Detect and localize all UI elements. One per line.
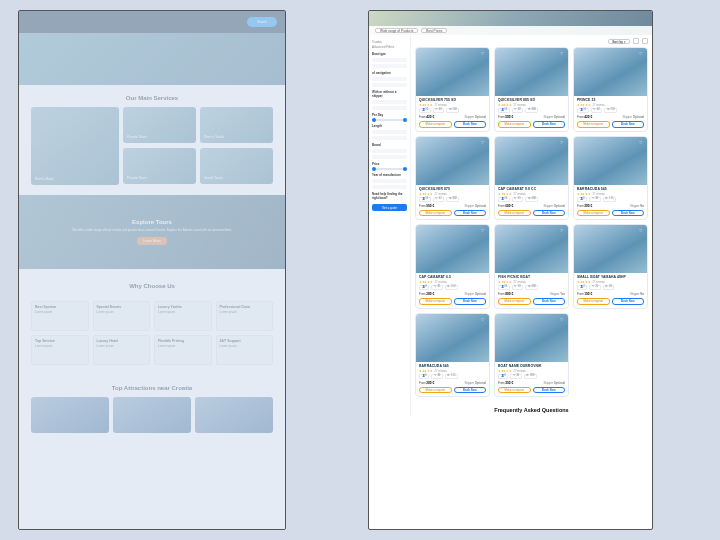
service-tile[interactable]: Island Tours — [200, 148, 273, 184]
heart-icon[interactable]: ♡ — [481, 51, 486, 56]
heart-icon[interactable]: ♡ — [481, 140, 486, 145]
heart-icon[interactable]: ♡ — [481, 228, 486, 233]
service-tile[interactable]: Private Tours — [123, 107, 196, 143]
request-button[interactable]: Make a request — [498, 298, 531, 305]
boat-card[interactable]: ♡FISH PICNIC BOAT★★★★★27 reviews👤 50⏱ 10… — [494, 224, 569, 309]
top-tab[interactable]: Best Prices — [421, 28, 447, 34]
book-now-button[interactable]: Book Now — [454, 121, 487, 128]
service-tile[interactable]: Rent a Boat — [31, 107, 119, 185]
book-now-button[interactable]: Book Now — [612, 298, 645, 305]
power-spec: ⚙ 150 — [445, 285, 458, 290]
review-count: 27 reviews — [514, 281, 526, 284]
grid-view-toggle[interactable] — [633, 38, 639, 44]
boat-card[interactable]: ♡QUICKSILVER 755 SD★★★★★27 reviews👤 10⏱ … — [415, 47, 490, 132]
boat-name: Boat name Dubrovnik — [498, 364, 565, 368]
attraction-image[interactable] — [31, 397, 109, 433]
service-tile[interactable]: Private Tours — [123, 148, 196, 184]
attraction-image[interactable] — [113, 397, 191, 433]
skipper-value: Skipper No — [630, 204, 644, 208]
heart-icon[interactable]: ♡ — [560, 317, 565, 322]
request-button[interactable]: Make a request — [419, 298, 452, 305]
attraction-image[interactable] — [195, 397, 273, 433]
boat-card[interactable]: ♡QUICKSILVER 875★★★★★27 reviews👤 10⏱ 42⚙… — [415, 136, 490, 221]
request-button[interactable]: Make a request — [498, 387, 531, 394]
boat-name: PRINCE 23 — [577, 98, 644, 102]
boat-card[interactable]: ♡PRINCE 23★★★★★27 reviews👤 10⏱ 40⚙ 250Fr… — [573, 47, 648, 132]
review-count: 27 reviews — [435, 370, 447, 373]
boat-card[interactable]: ♡CAP CAMARAT 9.0 cc★★★★★27 reviews👤 10⏱ … — [494, 136, 569, 221]
price-label: From 550 € — [419, 204, 434, 208]
explore-cta-button[interactable]: Learn More — [137, 237, 167, 245]
request-button[interactable]: Make a request — [577, 210, 610, 217]
filter-option[interactable] — [372, 77, 407, 81]
boat-card[interactable]: ♡QUICKSILVER 805 SD★★★★★27 reviews👤 10⏱ … — [494, 47, 569, 132]
book-now-button[interactable]: Book Now — [612, 210, 645, 217]
boat-card[interactable]: ♡Boat name Dubrovnik★★★★★27 reviews👤 8⏱ … — [494, 313, 569, 398]
filter-option[interactable] — [372, 83, 407, 87]
book-now-button[interactable]: Book Now — [533, 210, 566, 217]
request-button[interactable]: Make a request — [419, 121, 452, 128]
search-button[interactable]: Search — [247, 17, 277, 27]
boat-price: 150 € — [584, 292, 592, 296]
top-tab[interactable]: Wide range of Products — [375, 28, 418, 34]
filter-option[interactable] — [372, 185, 407, 189]
filter-group-label: Year of manufacture — [372, 173, 407, 177]
why-card-text: Lorem ipsum — [97, 310, 114, 314]
request-button[interactable]: Make a request — [419, 387, 452, 394]
service-tile[interactable]: Rent a Yacht — [200, 107, 273, 143]
review-count: 27 reviews — [593, 193, 605, 196]
heart-icon[interactable]: ♡ — [639, 140, 644, 145]
heart-icon[interactable]: ♡ — [481, 317, 486, 322]
filter-option[interactable] — [372, 64, 407, 68]
filter-option[interactable] — [372, 179, 407, 183]
heart-icon[interactable]: ♡ — [560, 51, 565, 56]
get-quote-button[interactable]: Get a quote — [372, 204, 407, 211]
range-slider[interactable] — [372, 119, 407, 121]
heart-icon[interactable]: ♡ — [639, 228, 644, 233]
book-now-button[interactable]: Book Now — [454, 210, 487, 217]
book-now-button[interactable]: Book Now — [454, 298, 487, 305]
heart-icon[interactable]: ♡ — [560, 228, 565, 233]
book-now-button[interactable]: Book Now — [533, 121, 566, 128]
range-slider[interactable] — [372, 168, 407, 170]
book-now-button[interactable]: Book Now — [612, 121, 645, 128]
price-label: From 200 € — [577, 204, 592, 208]
boat-card[interactable]: ♡CAP CAMARAT 6.5★★★★★27 reviews👤 8⏱ 35⚙ … — [415, 224, 490, 309]
filter-option[interactable] — [372, 155, 407, 159]
rating-stars: ★★★★★27 reviews — [577, 280, 644, 284]
request-button[interactable]: Make a request — [577, 121, 610, 128]
request-button[interactable]: Make a request — [419, 210, 452, 217]
filter-option[interactable] — [372, 149, 407, 153]
filter-option[interactable] — [372, 58, 407, 62]
filter-group-label: With or without a skipper — [372, 90, 407, 98]
list-view-toggle[interactable] — [642, 38, 648, 44]
filter-option[interactable] — [372, 100, 407, 104]
boat-card[interactable]: ♡Barracuda 545★★★★★27 reviews👤 6⏱ 30⚙ 11… — [415, 313, 490, 398]
heart-icon[interactable]: ♡ — [639, 51, 644, 56]
speed-spec: ⏱ 20 — [589, 285, 601, 290]
request-button[interactable]: Make a request — [498, 210, 531, 217]
boat-image: ♡ — [495, 137, 568, 185]
book-now-button[interactable]: Book Now — [533, 387, 566, 394]
heart-icon[interactable]: ♡ — [560, 140, 565, 145]
filter-option[interactable] — [372, 136, 407, 140]
boat-card[interactable]: ♡BARRACUDA 545★★★★★27 reviews👤 6⏱ 30⚙ 11… — [573, 136, 648, 221]
filter-option[interactable] — [372, 130, 407, 134]
filter-option[interactable] — [372, 106, 407, 110]
boat-card[interactable]: ♡SMALL BOAT YAMAHA 40HP★★★★★27 reviews👤 … — [573, 224, 648, 309]
price-label: From 420 € — [577, 115, 592, 119]
review-count: 27 reviews — [435, 104, 447, 107]
boat-specs: 👤 10⏱ 40⚙ 250 — [419, 108, 486, 113]
request-button[interactable]: Make a request — [498, 121, 531, 128]
book-now-button[interactable]: Book Now — [533, 298, 566, 305]
request-button[interactable]: Make a request — [577, 298, 610, 305]
boat-name: FISH PICNIC BOAT — [498, 275, 565, 279]
why-card: Special EventsLorem ipsum — [93, 301, 151, 331]
power-spec: ⚙ 200 — [524, 374, 537, 379]
sort-dropdown[interactable]: Sort by ▾ — [608, 39, 630, 44]
chevron-down-icon: ▾ — [624, 40, 626, 44]
review-count: 27 reviews — [593, 104, 605, 107]
advanced-filters-label: Advanced Filters — [372, 45, 407, 49]
book-now-button[interactable]: Book Now — [454, 387, 487, 394]
power-spec: ⚙ 115 — [603, 197, 616, 202]
